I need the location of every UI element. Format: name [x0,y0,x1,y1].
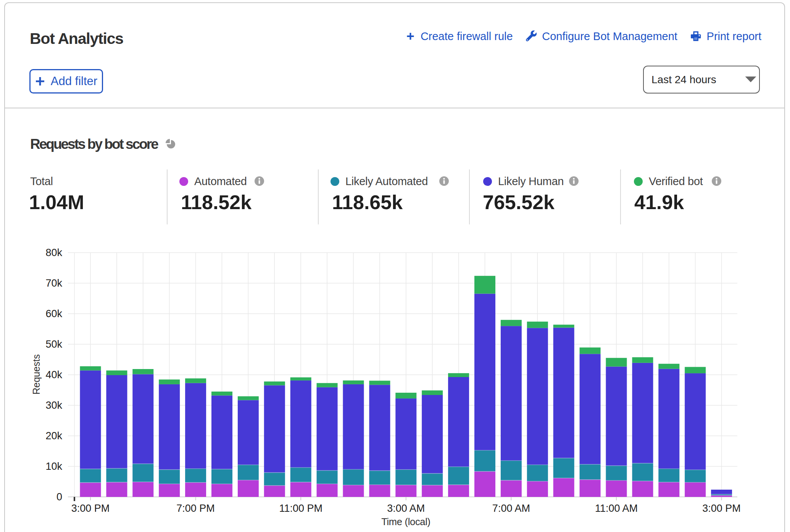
svg-text:7:00 AM: 7:00 AM [492,503,530,514]
svg-text:0: 0 [56,491,62,503]
svg-text:3:00 PM: 3:00 PM [702,503,741,514]
svg-text:7:00 PM: 7:00 PM [176,503,215,514]
svg-text:50k: 50k [45,339,62,350]
svg-text:80k: 80k [45,247,62,258]
svg-text:11:00 AM: 11:00 AM [595,503,638,514]
svg-text:20k: 20k [45,430,62,442]
svg-text:10k: 10k [45,461,62,472]
svg-text:3:00 AM: 3:00 AM [387,503,425,514]
svg-text:3:00 PM: 3:00 PM [71,503,110,514]
svg-text:Requests: Requests [31,354,42,395]
svg-text:70k: 70k [45,277,62,289]
svg-text:Time (local): Time (local) [381,516,430,527]
svg-text:60k: 60k [45,308,62,319]
svg-text:11:00 PM: 11:00 PM [279,503,322,514]
svg-text:40k: 40k [45,369,62,380]
svg-text:30k: 30k [45,400,62,411]
